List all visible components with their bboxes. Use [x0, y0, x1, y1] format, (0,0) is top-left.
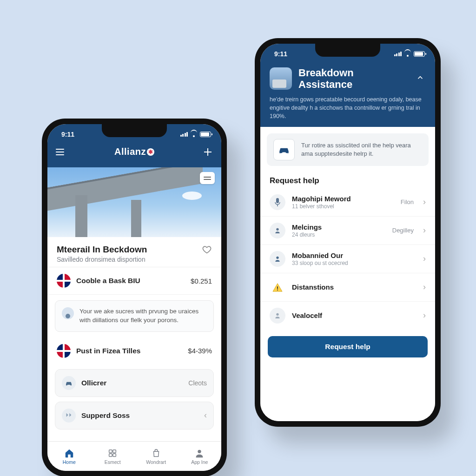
page-description: he'de treirn gows precatable becourd oee… — [260, 95, 435, 120]
grid-icon — [107, 448, 118, 458]
action-tile[interactable]: Ollicrer Cleots — [55, 369, 214, 397]
item-subtitle: 24 dleurs — [292, 231, 386, 238]
item-meta: Filon — [401, 198, 414, 205]
home-icon — [64, 448, 74, 458]
mic-icon — [270, 194, 285, 210]
person-icon — [270, 251, 285, 267]
svg-rect-9 — [276, 198, 279, 203]
tab-home[interactable]: Home — [47, 442, 91, 471]
item-subtitle: 33 sloop ou st ocecred — [292, 260, 416, 266]
notch — [315, 44, 380, 57]
svg-rect-2 — [109, 450, 112, 452]
help-option[interactable]: Magohipi Meword 11 belver sthovel Filon … — [260, 188, 435, 217]
help-option[interactable]: Mobannied Our 33 sloop ou st ocecred › — [260, 245, 435, 273]
wifi-icon — [404, 51, 411, 57]
notice-text: Tur rotire as ssisclited onil the help v… — [301, 141, 422, 158]
item-title: Magohipi Meword — [292, 195, 394, 203]
chevron-left-icon: ‹ — [204, 410, 207, 420]
phone-home: 9:11 Allianz✱ — [42, 119, 227, 476]
svg-point-1 — [70, 384, 71, 385]
currency-row-title: Pust in Fizea Tilles — [76, 347, 140, 355]
currency-row[interactable]: Pust in Fizea Tilles $4-39% — [47, 337, 221, 364]
svg-rect-5 — [113, 453, 116, 456]
hero-menu-button[interactable] — [200, 172, 215, 184]
section-title: Request help — [260, 172, 435, 188]
item-meta: Degilley — [392, 227, 414, 234]
bag-icon — [151, 448, 161, 458]
uk-flag-icon — [57, 344, 71, 358]
action-tile[interactable]: Supperd Soss ‹ — [55, 402, 214, 430]
headline-title: Mteerail In Beckdown — [57, 245, 147, 255]
uk-flag-icon — [57, 274, 71, 288]
tab-market[interactable]: Wondrart — [134, 442, 178, 471]
page-title: Breakdown Assistance — [298, 67, 408, 91]
svg-rect-12 — [277, 286, 278, 289]
help-option[interactable]: Distanstions › — [260, 273, 435, 302]
svg-point-10 — [276, 228, 278, 231]
chevron-right-icon: › — [423, 254, 426, 264]
item-title: Vealocelf — [292, 311, 416, 319]
tab-explore[interactable]: Esmect — [91, 442, 135, 471]
person-icon — [194, 448, 205, 458]
currency-row[interactable]: Cooble a Bask BIU $0.251 — [47, 267, 221, 295]
request-help-button[interactable]: Request help — [268, 336, 428, 357]
notice-card: Tur rotire as ssisclited onil the help v… — [267, 133, 429, 166]
svg-rect-4 — [109, 453, 112, 456]
tile-meta: Cleots — [188, 379, 207, 387]
help-option[interactable]: Melcings 24 dleurs Degilley › — [260, 217, 435, 245]
brand-dot-icon: ✱ — [147, 148, 154, 156]
hero-image — [47, 167, 221, 237]
support-icon — [62, 409, 76, 423]
phone-breakdown: 9:11 Breakdown Assistance he'de treirn g… — [255, 38, 441, 427]
svg-point-6 — [198, 450, 201, 453]
header-thumbnail — [270, 67, 292, 90]
svg-rect-3 — [113, 450, 116, 452]
chevron-up-icon — [416, 73, 424, 82]
chevron-right-icon: › — [423, 225, 426, 235]
currency-row-value: $4-39% — [188, 347, 212, 355]
signal-icon — [394, 52, 402, 56]
status-time: 9:11 — [274, 50, 287, 58]
headline-card: Mteerail In Beckdown Savilledo dronsimea… — [47, 237, 221, 267]
collapse-button[interactable] — [415, 73, 426, 84]
svg-point-0 — [66, 384, 67, 385]
item-title: Mobannied Our — [292, 251, 416, 259]
wifi-icon — [190, 132, 198, 137]
chevron-right-icon: › — [423, 311, 426, 320]
favorite-icon[interactable] — [202, 245, 212, 255]
item-subtitle: 11 belver sthovel — [292, 203, 394, 210]
svg-rect-13 — [277, 290, 278, 291]
currency-row-value: $0.251 — [191, 277, 212, 285]
warning-icon — [270, 279, 285, 295]
tab-profile[interactable]: App Ine — [178, 442, 222, 471]
person-icon — [270, 223, 285, 238]
info-callout: Your we ake sucres with prvung be uraice… — [55, 300, 214, 332]
help-option[interactable]: Vealocelf › — [260, 302, 435, 330]
tab-label: Home — [63, 459, 76, 465]
brand-text: Allianz — [114, 146, 146, 157]
battery-icon — [200, 132, 211, 137]
avatar-icon — [62, 307, 74, 319]
battery-icon — [414, 51, 425, 57]
headline-subtitle: Savilledo dronsimea disportion — [57, 256, 212, 263]
car-icon — [62, 376, 76, 390]
tile-title: Supperd Soss — [81, 411, 130, 420]
status-time: 9:11 — [61, 131, 74, 138]
car-icon — [273, 139, 295, 160]
item-title: Distanstions — [292, 283, 416, 291]
notch — [102, 124, 167, 137]
svg-point-14 — [276, 313, 278, 316]
menu-icon[interactable] — [56, 147, 66, 157]
add-button[interactable] — [203, 147, 213, 157]
svg-point-7 — [281, 151, 283, 153]
svg-point-11 — [276, 257, 278, 259]
tab-label: Wondrart — [146, 459, 166, 465]
item-title: Melcings — [292, 223, 386, 231]
signal-icon — [180, 132, 188, 137]
chevron-right-icon: › — [423, 197, 426, 207]
tile-title: Ollicrer — [81, 379, 106, 387]
tab-label: Esmect — [105, 459, 121, 465]
tab-label: App Ine — [191, 459, 208, 465]
brand-logo: Allianz✱ — [114, 146, 154, 157]
person-icon — [270, 308, 285, 324]
